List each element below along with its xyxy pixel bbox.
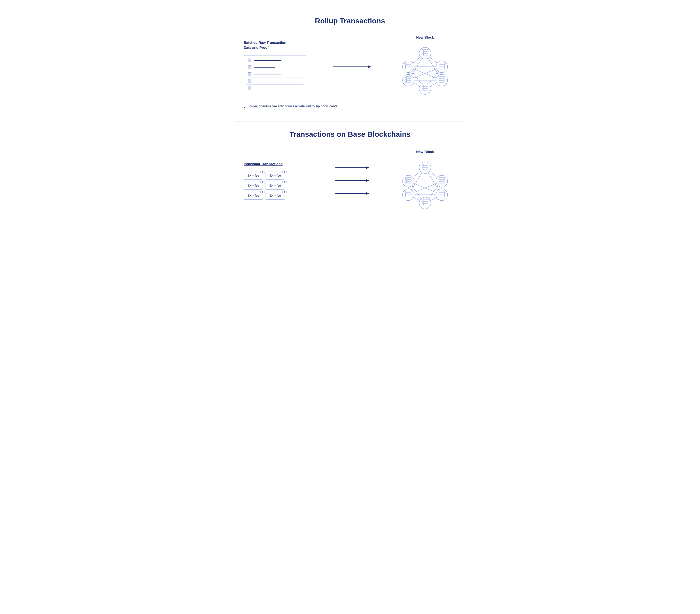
rollup-right-label: New Block xyxy=(416,36,434,40)
tx-box: TX + fee $ xyxy=(265,172,285,179)
rollup-bullet-text: Larger, one-time fee split across all re… xyxy=(248,104,337,109)
svg-point-105 xyxy=(407,191,407,192)
rollup-arrow-icon xyxy=(331,63,373,71)
tx-grid-row: TX + fee $ TX + fee $ xyxy=(244,192,310,200)
svg-point-58 xyxy=(423,90,424,90)
tx-line xyxy=(254,81,267,82)
rollup-bullet-item: • Larger, one-time fee split across all … xyxy=(244,104,456,111)
svg-point-29 xyxy=(407,66,407,66)
svg-marker-62 xyxy=(366,179,369,182)
svg-point-56 xyxy=(423,86,424,86)
rollup-left-label: Batched Raw Transaction Data and Proof xyxy=(244,40,310,50)
rollup-diagram-row: Batched Raw Transaction Data and Proof xyxy=(235,36,465,98)
svg-point-36 xyxy=(440,66,440,66)
tx-label: TX + fee xyxy=(248,174,259,177)
tx-label: TX + fee xyxy=(270,184,281,187)
tx-grid-row: TX + fee $ TX + fee $ xyxy=(244,172,310,179)
svg-point-28 xyxy=(407,64,407,64)
base-arrow-2-icon xyxy=(333,177,371,184)
tx-label: TX + fee xyxy=(248,194,259,197)
tx-line xyxy=(254,88,275,88)
dollar-badge: $ xyxy=(260,170,265,174)
rollup-right-panel: New Block xyxy=(394,36,456,98)
tx-checkbox xyxy=(248,72,251,76)
svg-point-30 xyxy=(407,68,407,68)
dollar-badge: $ xyxy=(282,190,287,194)
tx-checkbox xyxy=(248,65,251,69)
base-arrow-3-icon xyxy=(333,190,371,197)
svg-point-42 xyxy=(407,77,407,78)
tx-row xyxy=(246,71,303,78)
svg-point-23 xyxy=(423,54,424,55)
base-blockchain-right-label: New Block xyxy=(416,150,434,154)
svg-point-86 xyxy=(423,168,424,169)
svg-point-107 xyxy=(407,196,407,196)
rollup-arrow-panel xyxy=(317,63,388,71)
svg-marker-64 xyxy=(366,192,369,195)
dollar-badge: $ xyxy=(260,180,265,184)
rollup-network-icon xyxy=(396,44,454,98)
tx-grid-row: TX + fee $ TX + fee $ xyxy=(244,181,310,189)
tx-label: TX + fee xyxy=(248,184,259,187)
svg-point-100 xyxy=(440,182,440,183)
svg-point-98 xyxy=(440,178,440,178)
dollar-badge: $ xyxy=(282,180,287,184)
tx-box: TX + fee $ xyxy=(265,181,285,189)
svg-point-37 xyxy=(440,68,440,68)
base-blockchain-diagram-row: Individual Transactions TX + fee $ TX + … xyxy=(235,149,465,212)
tx-grid: TX + fee $ TX + fee $ TX + fee $ TX xyxy=(244,172,310,200)
tx-line xyxy=(254,74,282,75)
svg-point-22 xyxy=(423,52,424,53)
tx-row xyxy=(246,64,303,71)
svg-point-50 xyxy=(440,79,440,80)
tx-label: TX + fee xyxy=(270,174,281,177)
tx-row xyxy=(246,57,303,64)
svg-point-85 xyxy=(423,166,424,167)
tx-line xyxy=(254,67,275,68)
base-blockchain-left-label: Individual Transactions xyxy=(244,162,310,166)
svg-point-84 xyxy=(423,164,424,165)
base-blockchain-arrows xyxy=(317,164,388,197)
svg-point-114 xyxy=(440,196,440,196)
svg-point-49 xyxy=(440,77,440,78)
svg-point-35 xyxy=(440,64,440,64)
svg-point-57 xyxy=(423,88,424,88)
tx-row xyxy=(246,78,303,85)
svg-marker-60 xyxy=(366,166,369,169)
svg-point-112 xyxy=(440,191,440,192)
svg-point-121 xyxy=(423,204,424,204)
tx-label: TX + fee xyxy=(270,194,281,197)
base-blockchain-title: Transactions on Base Blockchains xyxy=(235,130,465,138)
bullet-dot-icon: • xyxy=(244,105,245,111)
tx-box: TX + fee $ xyxy=(244,172,263,179)
svg-point-21 xyxy=(423,50,424,51)
tx-box: TX + fee $ xyxy=(265,192,285,200)
svg-point-106 xyxy=(407,193,407,194)
rollup-bullet-section: • Larger, one-time fee split across all … xyxy=(235,104,465,111)
svg-point-119 xyxy=(423,200,424,200)
base-blockchain-left-panel: Individual Transactions TX + fee $ TX + … xyxy=(244,162,310,200)
svg-point-93 xyxy=(407,182,407,183)
svg-point-43 xyxy=(407,79,407,80)
tx-row xyxy=(246,85,303,91)
svg-point-51 xyxy=(440,81,440,82)
rollup-tx-list xyxy=(244,55,306,93)
rollup-left-panel: Batched Raw Transaction Data and Proof xyxy=(244,40,310,93)
base-blockchain-right-panel: New Block xyxy=(394,149,456,212)
base-blockchain-section: Transactions on Base Blockchains Individ… xyxy=(235,122,465,223)
tx-box: TX + fee $ xyxy=(244,181,263,189)
svg-point-120 xyxy=(423,202,424,202)
svg-point-92 xyxy=(407,180,407,180)
tx-checkbox xyxy=(248,79,251,83)
svg-point-99 xyxy=(440,180,440,180)
tx-line xyxy=(254,60,282,61)
svg-point-113 xyxy=(440,193,440,194)
base-arrow-1-icon xyxy=(333,164,371,171)
svg-marker-1 xyxy=(368,65,371,68)
rollup-section: Rollup Transactions Batched Raw Transact… xyxy=(235,8,465,122)
dollar-badge: $ xyxy=(260,190,265,194)
tx-checkbox xyxy=(248,59,251,62)
svg-point-91 xyxy=(407,178,407,178)
tx-checkbox xyxy=(248,86,251,90)
svg-point-44 xyxy=(407,81,407,82)
